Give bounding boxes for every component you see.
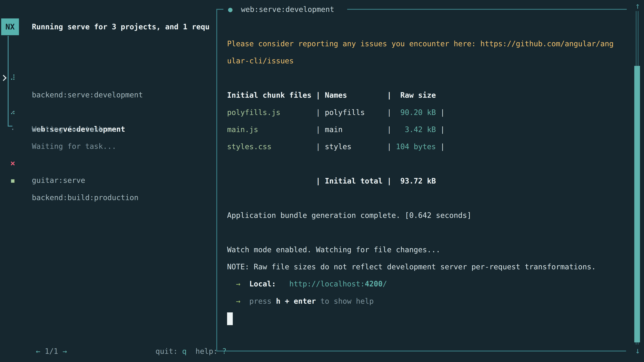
initial-total-row: | Initial total | 93.72 kB <box>227 172 614 190</box>
task-row-backend-serve[interactable]: ⠼ backend:serve:development <box>0 52 27 69</box>
terminal-output: Please consider reporting any issues you… <box>227 35 614 327</box>
chunk-size: 104 bytes <box>396 142 436 151</box>
scrollbar-thumb[interactable] <box>634 66 640 343</box>
pager: ← 1/1 → <box>9 326 67 343</box>
column-separator: | <box>382 125 396 134</box>
localhost-url[interactable]: http://localhost: <box>289 280 365 288</box>
task-label: guitar:serve <box>32 172 85 189</box>
chunk-row-main: main.js | main | 3.42 kB | <box>227 121 614 138</box>
url-slash[interactable]: / <box>382 280 387 288</box>
scroll-up-arrow-icon[interactable]: ↑ <box>632 1 643 11</box>
cursor-line <box>227 310 614 327</box>
task-label: Waiting for task... <box>32 138 116 155</box>
chunk-name: main <box>325 125 382 134</box>
task-row-web-serve-selected[interactable]: ⠴ web:serve:development <box>0 69 27 86</box>
waiting-dot-icon: · <box>9 121 17 138</box>
chunk-row-polyfills: polyfills.js | polyfills | 90.20 kB | <box>227 104 614 121</box>
column-separator: | <box>382 108 396 117</box>
task-row-backend-build[interactable]: ■ backend:build:production <box>0 155 27 172</box>
gap <box>276 280 289 288</box>
chunk-name: polyfills <box>325 108 382 117</box>
blank-line <box>227 69 614 87</box>
nx-logo: NX <box>1 18 19 35</box>
chunk-size: 3.42 kB <box>396 125 436 134</box>
panel-border-top <box>347 9 627 10</box>
quit-hint-label: quit: <box>156 347 182 356</box>
chunk-size: 90.20 kB <box>396 108 436 117</box>
panel-status-dot-icon: ● <box>228 2 232 17</box>
chunk-file: styles.css <box>227 142 312 151</box>
watch-mode-line: Watch mode enabled. Watching for file ch… <box>227 241 614 258</box>
column-separator: | <box>312 125 325 134</box>
bundle-complete-line: Application bundle generation complete. … <box>227 207 614 224</box>
indent <box>227 297 236 305</box>
prompt-arrow-icon: → <box>236 280 240 288</box>
local-label: Local: <box>240 280 276 288</box>
success-square-icon: ■ <box>9 172 17 189</box>
task-label: backend:serve:development <box>32 86 143 103</box>
blank-line <box>227 190 614 207</box>
task-row-waiting-2[interactable]: · Waiting for task... <box>0 104 27 121</box>
panel-border-left <box>216 9 217 352</box>
column-separator: | <box>312 108 325 117</box>
scroll-down-arrow-icon[interactable]: ↓ <box>632 346 643 356</box>
chunk-row-styles: styles.css | styles | 104 bytes | <box>227 138 614 155</box>
column-separator: | <box>312 142 325 151</box>
help-hint-line: → press h + enter to show help <box>227 293 614 310</box>
pager-next-arrow-icon[interactable]: → <box>62 347 67 356</box>
localhost-port[interactable]: 4200 <box>365 280 382 288</box>
panel-title: web:serve:development <box>241 2 334 17</box>
row-tail-separator: | <box>436 108 445 117</box>
terminal-cursor <box>227 312 233 325</box>
panel-border-bottom <box>216 351 626 352</box>
task-label: Waiting for task... <box>32 121 116 138</box>
help-suffix: to show help <box>316 297 374 305</box>
hint-spacer <box>186 347 196 356</box>
selected-task-chevron-icon <box>0 75 7 81</box>
press-label: press <box>240 297 276 305</box>
pager-position: 1/1 <box>40 347 62 356</box>
chunk-name: styles <box>325 142 382 151</box>
blank-line <box>227 224 614 241</box>
notice-line: Please consider reporting any issues you… <box>227 35 614 52</box>
row-tail-separator: | <box>436 142 445 151</box>
note-line: NOTE: Raw file sizes do not reflect deve… <box>227 258 614 275</box>
help-keys: h + enter <box>276 297 316 305</box>
chunk-file: main.js <box>227 125 312 134</box>
panel-border-top-left <box>216 9 224 10</box>
indent <box>227 280 236 288</box>
column-separator: | <box>382 142 396 151</box>
quit-key: q <box>182 347 187 356</box>
chunk-file: polyfills.js <box>227 108 312 117</box>
blank-line <box>227 155 614 172</box>
notice-line-wrap: ular-cli/issues <box>227 52 614 69</box>
task-row-waiting-1[interactable]: · Waiting for task... <box>0 86 27 104</box>
local-url-line: → Local: http://localhost:4200/ <box>227 275 614 293</box>
row-tail-separator: | <box>436 125 445 134</box>
keyboard-hints: quit: q help: ? <box>129 326 226 343</box>
app-title: Running serve for 3 projects, and 1 requ <box>32 18 210 35</box>
prompt-arrow-icon: → <box>236 297 240 305</box>
chunk-table-header: Initial chunk files | Names | Raw size <box>227 87 614 104</box>
task-row-guitar-serve[interactable]: × guitar:serve <box>0 138 27 155</box>
task-label: backend:build:production <box>32 189 138 206</box>
pager-prev-arrow-icon[interactable]: ← <box>36 347 40 356</box>
nx-tui-screen: NX Running serve for 3 projects, and 1 r… <box>0 0 644 362</box>
